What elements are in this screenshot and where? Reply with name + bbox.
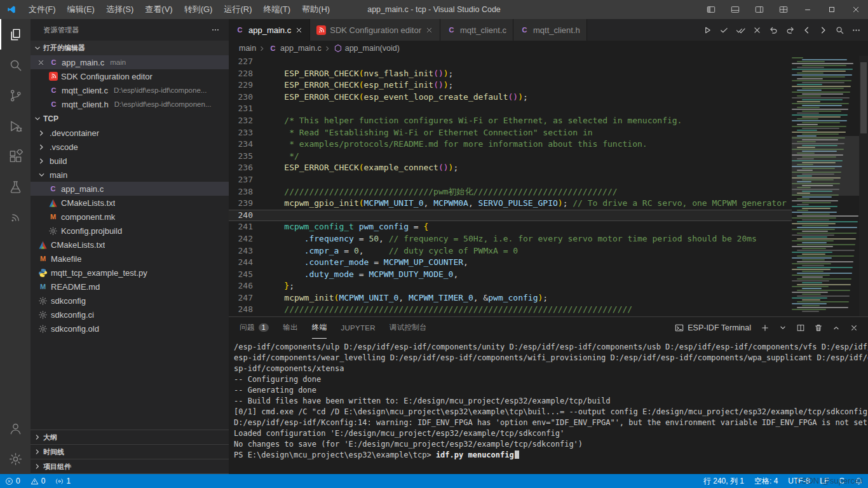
terminal-selector[interactable]: ESP-IDF Terminal [671,322,755,334]
terminal-output[interactable]: /esp-idf/components/ulp D:/esp/idf/esp-i… [229,339,868,474]
tree-item-mqtt_tcp_example_test.py[interactable]: mqtt_tcp_example_test.py [31,266,229,280]
code-line-248[interactable]: 248 ////////////////////////////////////… [229,304,792,316]
status-problems-errors[interactable]: 0 [0,474,25,488]
open-editor-item[interactable]: Cmqtt_client.cD:\esp\idf\esp-idf\compone… [31,83,229,97]
tree-item-component.mk[interactable]: Mcomponent.mk [31,210,229,224]
status-ports[interactable]: 1 [50,474,76,488]
menu-item-7[interactable]: 帮助(H) [296,0,336,19]
maximize-icon[interactable] [820,0,844,19]
sidebar-section-大纲[interactable]: 大纲 [31,430,229,445]
status-cursor-position[interactable]: 行 240, 列 1 [698,474,749,488]
status-eol[interactable]: LF [815,474,834,488]
tree-item-sdkconfig.old[interactable]: sdkconfig.old [31,322,229,336]
undo-icon[interactable] [765,22,782,38]
close-icon[interactable] [425,26,433,34]
code-line-236[interactable]: 236 ESP_ERROR_CHECK(example_connect()); [229,162,792,174]
activity-extensions[interactable] [0,141,31,172]
tree-item-main[interactable]: main [31,168,229,182]
activity-run-debug[interactable] [0,111,31,141]
panel-tab-输出[interactable]: 输出 [283,317,298,339]
code-line-247[interactable]: 247 mcpwm_init(MCPWM_UNIT_0, MCPWM_TIMER… [229,292,792,304]
code-line-244[interactable]: 244 .counter_mode = MCPWM_UP_COUNTER, [229,257,792,269]
tab-SDK Configuration editor[interactable]: SDK Configuration editor [310,19,440,41]
code-line-227[interactable]: 227 [229,56,792,68]
code-line-245[interactable]: 245 .duty_mode = MCPWM_DUTY_MODE_0, [229,269,792,281]
open-editor-item[interactable]: Capp_main.cmain [31,55,229,69]
code-line-237[interactable]: 237 [229,174,792,186]
code-line-233[interactable]: 233 * Read "Establishing Wi-Fi or Ethern… [229,127,792,139]
layout-grid-icon[interactable] [771,0,796,19]
activity-testing[interactable] [0,172,31,202]
menu-item-3[interactable]: 查看(V) [139,0,178,19]
tree-item-sdkconfig.ci[interactable]: sdkconfig.ci [31,308,229,322]
trash-icon[interactable] [811,320,826,336]
code-editor[interactable]: 227228 ESP_ERROR_CHECK(nvs_flash_init())… [229,56,792,316]
code-line-240[interactable]: 240 [229,210,792,222]
redo-icon[interactable] [782,22,798,38]
check-icon[interactable] [715,22,732,38]
layout-sidebar-right-icon[interactable] [747,0,771,19]
code-line-241[interactable]: 241 mcpwm_config_t pwm_config = { [229,221,792,233]
code-line-239[interactable]: 239 mcpwm_gpio_init(MCPWM_UNIT_0, MCPWM0… [229,198,792,210]
more-icon[interactable] [848,22,864,38]
layout-panel-icon[interactable] [723,0,747,19]
status-encoding[interactable]: UTF-8 [783,474,815,488]
split-icon[interactable] [793,320,808,336]
minimap[interactable] [792,56,859,316]
tab-mqtt_client.c[interactable]: Cmqtt_client.c [440,19,513,41]
open-editors-header[interactable]: 打开的编辑器 [31,41,229,55]
open-editor-item[interactable]: SDK Configuration editor [31,69,229,83]
activity-search[interactable] [0,50,31,80]
scrollbar-thumb[interactable] [860,62,867,133]
editor-scrollbar[interactable] [859,56,868,316]
tree-item-Makefile[interactable]: MMakefile [31,252,229,266]
status-language-mode[interactable]: C [834,474,850,488]
code-line-234[interactable]: 234 * examples/protocols/README.md for m… [229,139,792,151]
code-line-228[interactable]: 228 ESP_ERROR_CHECK(nvs_flash_init()); [229,68,792,80]
tree-item-.devcontainer[interactable]: .devcontainer [31,126,229,140]
sidebar-section-时间线[interactable]: 时间线 [31,445,229,459]
panel-tab-终端[interactable]: 终端 [312,317,327,339]
tree-item-CMakeLists.txt[interactable]: CMakeLists.txt [31,196,229,210]
plus-icon[interactable] [757,320,773,336]
close-icon[interactable] [36,58,46,67]
close-icon[interactable] [295,26,303,34]
arrow-right-icon[interactable] [815,22,831,38]
menu-item-5[interactable]: 运行(R) [218,0,257,19]
activity-source-control[interactable] [0,80,31,111]
open-editor-item[interactable]: Cmqtt_client.hD:\esp\idf\esp-idf\compone… [31,97,229,111]
activity-espressif[interactable] [0,202,31,233]
check-all-icon[interactable] [732,22,749,38]
close-icon[interactable] [749,22,765,38]
panel-tab-调试控制台[interactable]: 调试控制台 [390,317,427,339]
panel-tab-问题[interactable]: 问题1 [240,317,269,339]
breadcrumb-item[interactable]: main [239,44,256,53]
sidebar-section-项目组件[interactable]: 项目组件 [31,459,229,474]
more-actions-icon[interactable] [211,25,220,34]
arrow-left-icon[interactable] [798,22,815,38]
code-line-232[interactable]: 232 /* This helper function configures W… [229,115,792,127]
code-line-231[interactable]: 231 [229,103,792,115]
close-window-icon[interactable] [844,0,868,19]
breadcrumb-item[interactable]: app_main(void) [334,44,400,53]
menu-item-0[interactable]: 文件(F) [23,0,62,19]
code-line-230[interactable]: 230 ESP_ERROR_CHECK(esp_event_loop_creat… [229,92,792,104]
run-icon[interactable] [699,22,715,38]
menu-item-1[interactable]: 编辑(E) [62,0,100,19]
terminal-prompt-line[interactable]: PS E:\design\mcu_project\esp32\example\t… [234,450,868,461]
search-sm-icon[interactable] [831,22,848,38]
code-line-246[interactable]: 246 }; [229,280,792,292]
status-notifications[interactable] [850,474,868,488]
tree-item-README.md[interactable]: MREADME.md [31,280,229,294]
code-line-235[interactable]: 235 */ [229,151,792,163]
activity-settings[interactable] [0,444,31,474]
activity-explorer[interactable] [0,19,31,50]
tab-mqtt_client.h[interactable]: Cmqtt_client.h [513,19,587,41]
tree-root-folder[interactable]: TCP [31,111,229,126]
minimize-icon[interactable] [796,0,820,19]
menu-item-2[interactable]: 选择(S) [100,0,139,19]
tree-item-app_main.c[interactable]: Capp_main.c [31,182,229,196]
panel-tab-JUPYTER[interactable]: JUPYTER [341,317,376,339]
code-line-242[interactable]: 242 .frequency = 50, // frequency = 50Hz… [229,233,792,245]
chevron-up-icon[interactable] [829,320,844,336]
